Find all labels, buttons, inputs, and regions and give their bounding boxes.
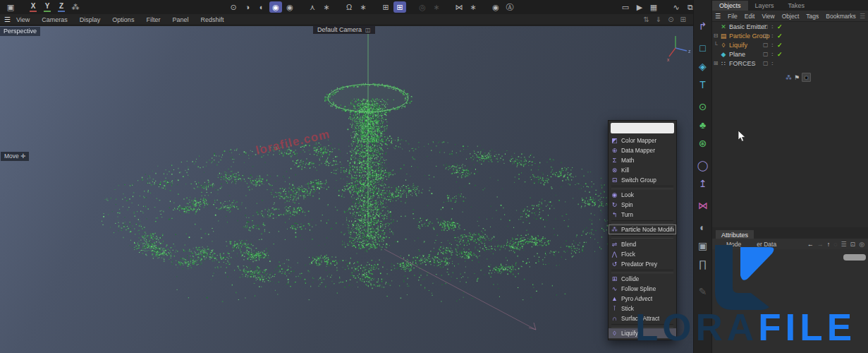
flag-tag-icon[interactable]: ⚑ [794,74,800,81]
view-label[interactable]: Perspective [0,27,40,36]
snap-polygon-icon[interactable]: ◐ [255,1,268,13]
tree-row-forces[interactable]: ⊞ ∷ FORCES ▢ : [712,59,868,68]
render-settings-icon[interactable]: ▦ [647,1,660,13]
menu-separator[interactable] [611,270,673,273]
capsule-tool-icon[interactable]: ◉ [489,1,502,13]
filter-icon[interactable]: ☰ [841,241,847,248]
menu-separator[interactable] [611,220,673,224]
menu-item-pyro-advect[interactable]: ▲ Pyro Advect [609,294,676,304]
menu-item-spin[interactable]: ↻ Spin [609,200,676,210]
generator-object-icon[interactable]: ⊛ [695,135,711,152]
sky-object-icon[interactable]: ◐ [695,219,711,236]
viewport-3d[interactable]: Perspective Default Camera ◫ Move ✛ lora… [0,26,693,353]
panel-menu-item[interactable]: Object [782,13,800,20]
symmetry-tool-icon[interactable]: ⋈ [453,1,465,13]
viewport-menu-item[interactable]: Display [80,16,101,23]
magnet-tool-icon[interactable]: Ω [343,1,355,13]
curve-editor-icon[interactable]: ∿ [670,1,683,13]
panel-menu-item[interactable]: File [728,13,738,20]
tree-row-basic-emitter[interactable]: ✕ Basic Emitter ▢ : ✓ [712,22,868,31]
material-tag-icon[interactable]: ● [802,73,811,82]
panel-menu-item[interactable]: Edit [745,13,755,20]
deformer-object-icon[interactable]: ◯ [695,157,711,174]
visibility-dots-icon[interactable]: : [771,42,774,48]
layer-toggle-icon[interactable]: ▢ [763,32,769,39]
manager-tab[interactable]: Objects [712,1,748,11]
expand-toggle[interactable]: └ [712,42,719,48]
metaball-object-icon[interactable]: ♣ [695,116,711,133]
window-tool-icon[interactable]: ▣ [4,1,17,13]
menu-item-look[interactable]: ◉ Look [609,190,676,200]
menu-item-data-mapper[interactable]: ⊕ Data Mapper [609,145,676,155]
user-data-menu[interactable]: er Data [757,241,776,248]
stage-object-icon[interactable]: ∏ [695,256,711,273]
visibility-dots-icon[interactable]: : [771,32,774,39]
modeling-alt-icon[interactable]: ◉ [283,1,296,13]
menu-item-predator-prey[interactable]: ↺ Predator Prey [609,259,676,269]
object-label[interactable]: Plane [729,51,745,58]
material-pen-icon[interactable]: ✎ [695,283,711,300]
menu-item-collide[interactable]: ⊞ Collide [609,274,676,284]
menu-item-follow-spline[interactable]: ∿ Follow Spline [609,284,676,294]
gear-icon[interactable]: ∗ [430,1,443,13]
menu-item-particle-node-modifier[interactable]: ⁂ Particle Node Modifier [609,225,676,234]
menu-item-math[interactable]: Σ Math [609,155,676,165]
snap-edge-icon[interactable]: ◑ [241,1,254,13]
visibility-dots-icon[interactable]: : [771,51,774,57]
viewport-menu-item[interactable]: Options [112,16,134,23]
axis-z-toggle[interactable]: Z [55,1,68,13]
tree-row-particle-group[interactable]: ⊟ ▤ Particle Group ▢ : ✓ [712,31,868,40]
axis-y-toggle[interactable]: Y [41,1,54,13]
viewport-menu-item[interactable]: Cameras [42,16,68,23]
search-icon[interactable]: ◌ [843,13,847,20]
object-label[interactable]: Basic Emitter [729,23,766,30]
menu-item-blend[interactable]: ⇌ Blend [609,239,676,249]
up-arrow-icon[interactable]: ↑ [827,241,831,248]
enabled-check-icon[interactable]: ✓ [777,32,783,40]
layer-toggle-icon[interactable]: ▢ [763,42,769,48]
gear-icon[interactable]: ∗ [467,1,479,13]
spline-pen-icon[interactable]: ↱ [695,18,711,35]
lock-icon[interactable]: ⊡ [850,241,856,248]
menu-item-surface-attract[interactable]: ∩ Surface Attract [609,313,676,323]
tree-row-plane[interactable]: ◆ Plane ▢ : ✓ [712,49,868,59]
visibility-dots-icon[interactable]: : [771,23,774,30]
expand-toggle[interactable]: ⊞ [712,60,719,66]
layer-toggle-icon[interactable]: ▢ [763,60,769,66]
visibility-dots-icon[interactable]: : [771,60,774,66]
push-view-icon[interactable]: ⇓ [656,16,661,23]
viewport-menu-item[interactable]: Filter [146,16,160,23]
emitter-object-icon[interactable]: ⊙ [695,98,711,115]
menu-item-stick[interactable]: ⊺ Stick [609,304,676,313]
expand-toggle[interactable]: ⊟ [712,32,719,39]
menu-separator[interactable] [611,235,673,239]
snap-point-icon[interactable]: ⊙ [227,1,240,13]
text-object-icon[interactable]: T [695,76,711,93]
rectangle-spline-icon[interactable]: □ [695,40,711,56]
enabled-check-icon[interactable]: ✓ [777,42,783,49]
layer-toggle-icon[interactable]: ▢ [763,51,769,57]
enabled-check-icon[interactable]: ✓ [777,51,783,58]
search-icon[interactable]: ◌ [833,241,837,248]
tree-row-liquify[interactable]: └ ◊ Liquify ▢ : ✓ [712,40,868,49]
home-icon[interactable]: ⌂ [851,13,855,20]
filter-icon[interactable]: ☰ [860,13,865,20]
menu-item-kill[interactable]: ⊗ Kill [609,165,676,175]
panel-menu-item[interactable]: Tags [806,13,819,20]
character-tool-icon[interactable]: ⋏ [306,1,319,13]
camera-object-icon[interactable]: ▣ [695,237,711,254]
layer-toggle-icon[interactable]: ▢ [763,23,769,30]
object-label[interactable]: Liquify [729,42,747,49]
menu-item-flock[interactable]: ⋀ Flock [609,249,676,259]
history-icon[interactable]: ◎ [859,241,864,248]
camera-label[interactable]: Default Camera ◫ [313,25,375,34]
back-arrow-icon[interactable]: ← [807,241,814,248]
toggle-views-icon[interactable]: ⊞ [680,16,686,23]
menu-item-liquify[interactable]: ◊ Liquify [609,328,676,338]
panel-menu-icon[interactable]: ☰ [715,13,721,20]
manager-tab[interactable]: Takes [781,1,812,11]
mograph-object-icon[interactable]: ⋈ [695,197,711,214]
menu-item-color-mapper[interactable]: ◩ Color Mapper [609,136,676,145]
render-view-icon[interactable]: ▭ [619,1,632,13]
coordinate-system-icon[interactable]: ⁂ [69,1,82,13]
